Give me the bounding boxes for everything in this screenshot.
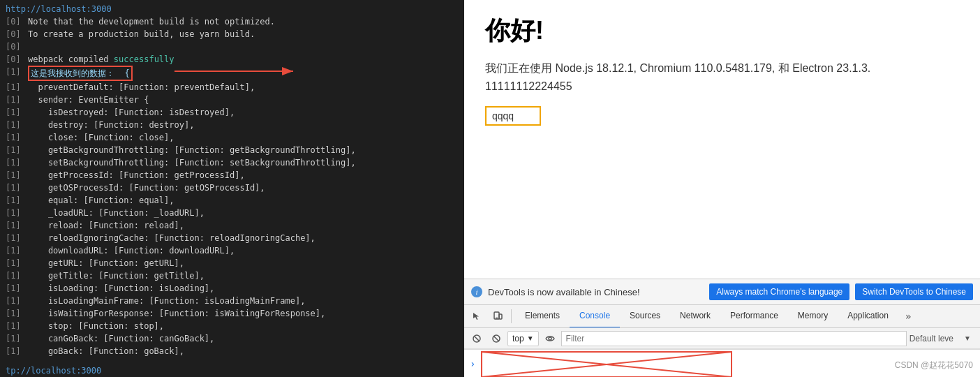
tab-list: Elements Console Sources Network Perform…	[515, 304, 898, 328]
console-toolbar: top ▼ Default leve ▼	[464, 328, 980, 349]
level-dropdown-arrow[interactable]: ▼	[959, 330, 976, 347]
terminal-line: [1] canGoBack: [Function: canGoBack],	[6, 332, 459, 345]
terminal-line: [1] reloadIgnoringCache: [Function: relo…	[6, 232, 459, 244]
info-icon: i	[471, 286, 482, 297]
terminal-line: [1] equal: [Function: equal],	[6, 194, 459, 207]
devtools-tab-bar: Elements Console Sources Network Perform…	[464, 304, 980, 328]
terminal-line: [1] isDestroyed: [Function: isDestroyed]…	[6, 106, 459, 119]
terminal-line: [1] downloadURL: [Function: downloadURL]…	[6, 244, 459, 257]
tab-performance[interactable]: Performance	[720, 304, 788, 328]
terminal-line: [1] getURL: [Function: getURL],	[6, 257, 459, 269]
tab-application[interactable]: Application	[838, 304, 898, 328]
default-level-label: Default leve	[910, 334, 956, 343]
console-prompt-icon: ›	[470, 358, 475, 369]
svg-rect-3	[499, 314, 502, 319]
notification-text: DevTools is now available in Chinese!	[488, 287, 704, 297]
terminal-line: [1] stop: [Function: stop],	[6, 320, 459, 332]
terminal-line: [1] destroy: [Function: destroy],	[6, 119, 459, 131]
terminal-line: [0] webpack compiled successfully	[6, 53, 459, 66]
terminal-line: [1] preventDefault: [Function: preventDe…	[6, 81, 459, 94]
highlighted-data-line: [1] 这是我接收到的数据： {	[6, 66, 459, 81]
terminal-line: [1] isWaitingForResponse: [Function: isW…	[6, 307, 459, 320]
context-dropdown-arrow: ▼	[527, 334, 534, 342]
svg-line-8	[494, 336, 499, 341]
terminal-line: [0] Note that the development build is n…	[6, 15, 459, 28]
watermark: CSDN @赵花花5070	[895, 360, 973, 371]
svg-line-6	[475, 337, 479, 341]
terminal-line: [1] reload: [Function: reload],	[6, 219, 459, 232]
terminal-line: [1] isLoading: [Function: isLoading],	[6, 282, 459, 295]
tab-network[interactable]: Network	[670, 304, 720, 328]
terminal-line: [1] sender: EventEmitter {	[6, 94, 459, 106]
tab-console[interactable]: Console	[570, 304, 620, 328]
inspect-element-icon[interactable]	[467, 306, 487, 326]
app-title: 你好!	[485, 14, 959, 48]
console-filter-input[interactable]	[561, 331, 907, 346]
eye-icon[interactable]	[542, 330, 558, 347]
tab-sources[interactable]: Sources	[620, 304, 670, 328]
clear-console-button[interactable]	[468, 330, 485, 347]
terminal-line: [0]	[6, 40, 459, 53]
app-info-text: 我们正在使用 Node.js 18.12.1, Chromium 110.0.5…	[485, 59, 959, 95]
terminal-content: http://localhost:3000 [0] Note that the …	[0, 0, 464, 360]
tab-elements[interactable]: Elements	[515, 304, 570, 328]
context-label: top	[512, 334, 524, 343]
terminal-line: [1] getProcessId: [Function: getProcessI…	[6, 169, 459, 182]
terminal-line: [0] To create a production build, use ya…	[6, 28, 459, 40]
terminal-line: [1] getOSProcessId: [Function: getOSProc…	[6, 182, 459, 194]
terminal-line: [1] isLoadingMainFrame: [Function: isLoa…	[6, 295, 459, 307]
terminal-line: [1] goBack: [Function: goBack],	[6, 345, 459, 357]
context-selector[interactable]: top ▼	[507, 331, 539, 346]
terminal-line: http://localhost:3000	[6, 3, 459, 15]
terminal-line: [1] setBackgroundThrottling: [Function: …	[6, 156, 459, 169]
tab-memory[interactable]: Memory	[788, 304, 838, 328]
app-panel: 你好! 我们正在使用 Node.js 18.12.1, Chromium 110…	[464, 0, 980, 377]
terminal-line: [1] close: [Function: close],	[6, 131, 459, 144]
terminal-url-bar: tp://localhost:3000	[0, 364, 464, 377]
app-input-field[interactable]	[485, 106, 541, 126]
device-toggle-icon[interactable]	[488, 306, 507, 326]
switch-chinese-button[interactable]: Switch DevTools to Chinese	[855, 283, 973, 300]
match-language-button[interactable]: Always match Chrome's language	[709, 283, 849, 300]
terminal-line: [1] _loadURL: [Function: _loadURL],	[6, 207, 459, 219]
more-tabs-button[interactable]: »	[900, 311, 916, 322]
terminal-line: [1] getTitle: [Function: getTitle],	[6, 269, 459, 282]
devtools-notification-bar: i DevTools is now available in Chinese! …	[464, 279, 980, 304]
toolbar-separator	[511, 309, 512, 323]
block-requests-icon[interactable]	[488, 330, 505, 347]
app-content-area: 你好! 我们正在使用 Node.js 18.12.1, Chromium 110…	[464, 0, 980, 279]
terminal-line: [1] getBackgroundThrottling: [Function: …	[6, 144, 459, 156]
terminal-panel: http://localhost:3000 [0] Note that the …	[0, 0, 464, 377]
svg-point-9	[549, 337, 551, 340]
